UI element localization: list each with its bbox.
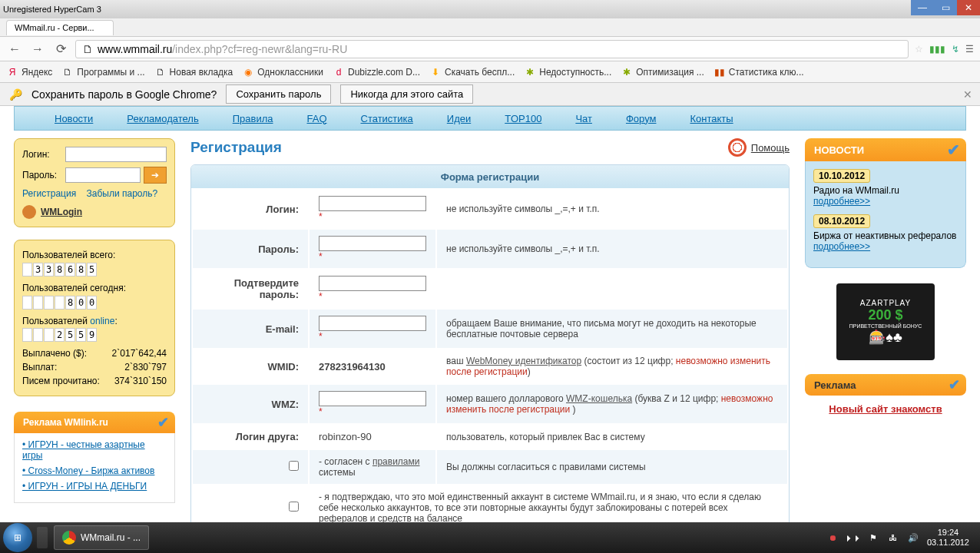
- ad-link[interactable]: • ИГРУН - ИГРЫ НА ДЕНЬГИ: [22, 481, 167, 492]
- page-title-row: Регистрация Помощь: [190, 138, 790, 157]
- dating-link[interactable]: Новый сайт знакомств: [829, 403, 942, 415]
- bookmark-item[interactable]: ⬇Скачать беспл...: [429, 66, 515, 78]
- reload-button[interactable]: ⟳: [52, 41, 69, 58]
- dubizzle-icon: d: [333, 66, 345, 78]
- bookmark-item[interactable]: ✱Недоступность...: [524, 66, 611, 78]
- taskbar-item-chrome[interactable]: WMmail.ru - ...: [54, 525, 149, 550]
- tray-icon[interactable]: ⏺: [827, 531, 839, 544]
- address-bar[interactable]: 🗋 www.wmmail.ru/index.php?cf=reg-newr&la…: [75, 40, 909, 58]
- password-input[interactable]: [65, 167, 141, 183]
- chart-icon: ▮▮: [713, 66, 726, 78]
- bookmark-item[interactable]: ЯЯндекс: [6, 66, 52, 78]
- agree-single-checkbox[interactable]: [289, 502, 299, 512]
- bookmark-item[interactable]: ✱Оптимизация ...: [621, 66, 704, 78]
- forward-button[interactable]: →: [29, 41, 46, 58]
- nav-link[interactable]: Статистика: [344, 113, 430, 124]
- agree-rules-checkbox[interactable]: [289, 461, 299, 471]
- ext-icon-1[interactable]: ▮▮▮: [929, 44, 945, 55]
- nav-link[interactable]: Рекламодатель: [110, 113, 215, 124]
- clock[interactable]: 19:2403.11.2012: [927, 528, 969, 548]
- nav-link[interactable]: Чат: [558, 113, 609, 124]
- save-password-bar: 🔑 Сохранить пароль в Google Chrome? Сохр…: [0, 83, 980, 106]
- registration-form: Форма регистрации Логин:*не используйте …: [190, 164, 790, 532]
- more-link[interactable]: подробнее>>: [813, 196, 870, 207]
- bookmark-item[interactable]: 🗋Программы и ...: [61, 66, 144, 78]
- total-users-label: Пользователей всего:: [22, 250, 115, 260]
- key-icon: 🔑: [9, 88, 22, 101]
- reg-wmz-input[interactable]: [319, 391, 426, 406]
- help-link[interactable]: Помощь: [728, 138, 790, 157]
- save-password-prompt: Сохранить пароль в Google Chrome?: [31, 88, 217, 101]
- ext-icon-2[interactable]: ↯: [952, 44, 959, 55]
- windows-icon: ⊞: [14, 532, 22, 543]
- more-link[interactable]: подробнее>>: [813, 241, 870, 252]
- start-button[interactable]: ⊞: [3, 523, 32, 552]
- minimize-button[interactable]: —: [911, 0, 934, 15]
- browser-tab[interactable]: WMmail.ru - Серви...: [6, 20, 114, 35]
- nav-link[interactable]: Форум: [609, 113, 674, 124]
- today-users-label: Пользователей сегодня:: [22, 283, 126, 293]
- ad-wmlink-box: Реклама WMlink.ru✔ • ИГРУН - честные аза…: [14, 412, 175, 503]
- nav-link[interactable]: Правила: [216, 113, 290, 124]
- close-bar-button[interactable]: ✕: [963, 88, 972, 101]
- browser-toolbar: ← → ⟳ 🗋 www.wmmail.ru/index.php?cf=reg-n…: [0, 37, 980, 61]
- login-input[interactable]: [65, 147, 167, 162]
- volume-icon[interactable]: 🔊: [907, 531, 919, 544]
- tray-icon[interactable]: ⏵⏵: [847, 531, 859, 544]
- nav-link[interactable]: Контакты: [673, 113, 750, 124]
- bookmark-item[interactable]: ▮▮Статистика клю...: [713, 66, 804, 78]
- browser-tab-bar: WMmail.ru - Серви...: [0, 18, 980, 37]
- bookmark-item[interactable]: ◉Одноклассники: [242, 66, 323, 78]
- flag-icon[interactable]: ⚑: [867, 531, 879, 544]
- wmlogin-link[interactable]: WMLogin: [22, 205, 167, 219]
- check-icon: ✔: [157, 414, 169, 431]
- wmid-value: 278231964130: [319, 361, 386, 373]
- bookmark-item[interactable]: dDubizzle.com D...: [333, 66, 420, 78]
- nav-link[interactable]: Новости: [38, 113, 110, 124]
- window-controls: — ▭ ✕: [911, 0, 980, 15]
- password-label: Пароль:: [22, 170, 62, 180]
- forgot-password-link[interactable]: Забыли пароль?: [87, 188, 158, 199]
- friend-login-value: robinzon-90: [310, 425, 435, 449]
- ad-header: Реклама WMlink.ru✔: [14, 412, 175, 433]
- ad-link[interactable]: • Cross-Money - Биржа активов: [22, 465, 167, 476]
- nav-link[interactable]: Идеи: [430, 113, 488, 124]
- nav-link[interactable]: FAQ: [290, 113, 343, 124]
- form-header: Форма регистрации: [191, 165, 789, 188]
- page-content: Новости Рекламодатель Правила FAQ Статис…: [0, 106, 980, 533]
- maximize-button[interactable]: ▭: [934, 0, 957, 15]
- opt-icon: ✱: [621, 66, 633, 78]
- webmoney-link[interactable]: WebMoney идентификатор: [466, 356, 581, 366]
- reg-password-input[interactable]: [319, 236, 426, 251]
- window-title: Unregistered HyperCam 3: [3, 5, 101, 14]
- reg-email-input[interactable]: [319, 316, 426, 331]
- bookmark-item[interactable]: 🗋Новая вкладка: [154, 66, 233, 78]
- menu-icon[interactable]: ☰: [965, 44, 974, 55]
- nav-link[interactable]: TOP100: [488, 113, 558, 124]
- favorite-icon[interactable]: ☆: [915, 44, 923, 55]
- save-password-button[interactable]: Сохранить пароль: [226, 84, 331, 104]
- news-box: НОВОСТИ✔ 10.10.2012Радио на WMmail.ruпод…: [805, 138, 966, 268]
- page-title: Регистрация: [190, 139, 282, 156]
- login-box: Логин: Пароль:➔ Регистрация Забыли парол…: [14, 138, 175, 227]
- reg-password2-input[interactable]: [319, 276, 426, 291]
- page-icon: 🗋: [154, 66, 167, 78]
- never-site-button[interactable]: Никогда для этого сайта: [340, 84, 473, 104]
- check-icon: ✔: [949, 376, 960, 393]
- register-link[interactable]: Регистрация: [22, 188, 76, 199]
- ad-header: Реклама✔: [805, 374, 966, 396]
- back-button[interactable]: ←: [6, 41, 23, 58]
- pinned-icon[interactable]: [37, 527, 48, 548]
- wmlogin-icon: [22, 205, 36, 219]
- reg-login-input[interactable]: [319, 196, 426, 211]
- rules-link[interactable]: правилами: [372, 456, 420, 467]
- wmz-link[interactable]: WMZ-кошелька: [566, 393, 632, 404]
- login-submit-button[interactable]: ➔: [144, 167, 167, 184]
- network-icon[interactable]: 🖧: [887, 531, 899, 544]
- warn-icon: ✱: [524, 66, 536, 78]
- close-button[interactable]: ✕: [957, 0, 980, 15]
- azartplay-banner[interactable]: AZARTPLAY 200 $ ПРИВЕТСТВЕННЫЙ БОНУС 🎰♠♣: [836, 283, 935, 360]
- online-link[interactable]: online: [90, 316, 114, 326]
- ad-link[interactable]: • ИГРУН - честные азартные игры: [22, 439, 167, 461]
- stats-box: Пользователей всего:338685 Пользователей…: [14, 240, 175, 396]
